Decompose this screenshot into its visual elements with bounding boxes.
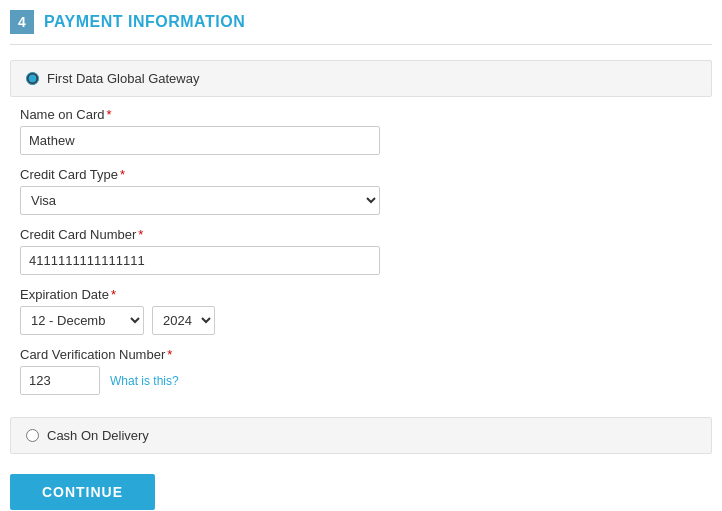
required-star-5: * [167,347,172,362]
section-header: 4 PAYMENT INFORMATION [10,10,712,45]
credit-card-type-group: Credit Card Type* Visa MasterCard Americ… [20,167,702,215]
cvv-group: Card Verification Number* What is this? [20,347,702,395]
required-star-2: * [120,167,125,182]
section-title: PAYMENT INFORMATION [44,13,245,31]
credit-card-number-input[interactable] [20,246,380,275]
gateway-option[interactable]: First Data Global Gateway [10,60,712,97]
credit-card-number-group: Credit Card Number* [20,227,702,275]
credit-card-type-label: Credit Card Type* [20,167,702,182]
step-number: 4 [10,10,34,34]
cash-label[interactable]: Cash On Delivery [47,428,149,443]
required-star-4: * [111,287,116,302]
expiration-date-label: Expiration Date* [20,287,702,302]
expiry-row: 01 - January 02 - February 03 - March 04… [20,306,702,335]
expiry-month-select[interactable]: 01 - January 02 - February 03 - March 04… [20,306,144,335]
continue-button[interactable]: CONTINUE [10,474,155,510]
cvv-label: Card Verification Number* [20,347,702,362]
name-on-card-label: Name on Card* [20,107,702,122]
payment-form: Name on Card* Credit Card Type* Visa Mas… [10,107,712,417]
cvv-input[interactable] [20,366,100,395]
gateway-radio[interactable] [26,72,39,85]
credit-card-number-label: Credit Card Number* [20,227,702,242]
credit-card-type-select[interactable]: Visa MasterCard American Express Discove… [20,186,380,215]
expiration-date-group: Expiration Date* 01 - January 02 - Febru… [20,287,702,335]
cvv-row: What is this? [20,366,702,395]
gateway-label[interactable]: First Data Global Gateway [47,71,199,86]
required-star-3: * [138,227,143,242]
what-is-this-link[interactable]: What is this? [110,374,179,388]
cash-radio[interactable] [26,429,39,442]
name-on-card-input[interactable] [20,126,380,155]
name-on-card-group: Name on Card* [20,107,702,155]
expiry-year-select[interactable]: 2024 2025 2026 2027 2028 2029 2030 [152,306,215,335]
required-star: * [107,107,112,122]
cash-option[interactable]: Cash On Delivery [10,417,712,454]
